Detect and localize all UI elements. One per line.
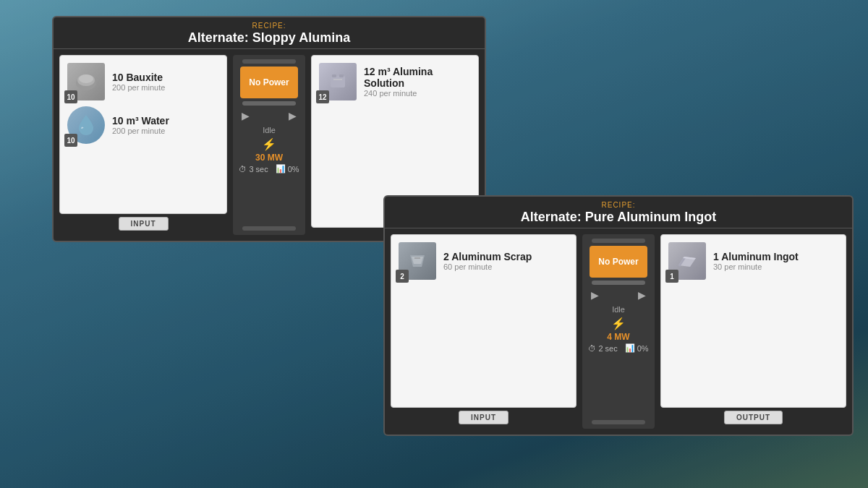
clock-icon-1: ⏱ bbox=[239, 165, 247, 174]
machine-panel-2: No Power ▶ ▶ Idle ⚡ 4 MW ⏱ 2 sec 📊 0% bbox=[582, 234, 655, 429]
alumina-info: 12 m³ Alumina Solution 240 per minute bbox=[364, 66, 471, 98]
list-item: 10 10 m³ Water 200 per minute bbox=[67, 106, 219, 144]
machine-status-bar-1 bbox=[242, 101, 296, 106]
bauxite-icon-wrap: 10 bbox=[67, 63, 105, 100]
clock-icon-2: ⏱ bbox=[588, 344, 596, 353]
machine-efficiency-1: 📊 0% bbox=[276, 164, 299, 174]
bauxite-badge: 10 bbox=[64, 90, 77, 103]
arrow-left-2[interactable]: ▶ bbox=[588, 288, 602, 302]
svg-rect-6 bbox=[333, 79, 342, 80]
machine-time-1: ⏱ 3 sec bbox=[239, 165, 268, 174]
bauxite-rate: 200 per minute bbox=[112, 83, 165, 92]
input-section-1: 10 10 Bauxite 200 per minute bbox=[59, 55, 227, 235]
no-power-btn-1[interactable]: No Power bbox=[240, 67, 298, 98]
output-panel-2: 1 1 Aluminum Ingot 30 per minute bbox=[660, 234, 846, 408]
alum-scrap-badge: 2 bbox=[396, 270, 409, 283]
alum-ingot-badge: 1 bbox=[665, 270, 678, 283]
output-footer-2: OUTPUT bbox=[660, 408, 846, 429]
alum-ingot-icon-wrap: 1 bbox=[668, 242, 706, 280]
recipe-title-2: Alternate: Pure Aluminum Ingot bbox=[393, 210, 843, 225]
bar-icon-1: 📊 bbox=[276, 164, 286, 174]
alum-scrap-icon-wrap: 2 bbox=[399, 242, 436, 280]
bauxite-info: 10 Bauxite 200 per minute bbox=[112, 72, 165, 92]
machine-stats-1: ⚡ 30 MW ⏱ 3 sec 📊 0% bbox=[236, 137, 302, 174]
water-info: 10 m³ Water 200 per minute bbox=[112, 115, 169, 135]
machine-stat-row-2: ⏱ 2 sec 📊 0% bbox=[588, 343, 648, 353]
water-rate: 200 per minute bbox=[112, 127, 169, 135]
water-icon-wrap: 10 bbox=[67, 106, 105, 144]
machine-arrows-2: ▶ ▶ bbox=[585, 288, 652, 302]
input-tab-2[interactable]: INPUT bbox=[459, 411, 509, 424]
machine-power-1: 30 MW bbox=[255, 153, 283, 163]
no-power-btn-2[interactable]: No Power bbox=[590, 246, 647, 278]
output-spacer-2 bbox=[668, 286, 838, 400]
alum-ingot-info: 1 Aluminum Ingot 30 per minute bbox=[713, 251, 799, 271]
recipe-header-2: Recipe: Alternate: Pure Aluminum Ingot bbox=[385, 197, 852, 228]
recipe-card-2: Recipe: Alternate: Pure Aluminum Ingot bbox=[383, 195, 854, 436]
list-item: 10 10 Bauxite 200 per minute bbox=[67, 63, 219, 100]
input-footer-1: INPUT bbox=[59, 214, 227, 235]
alumina-icon-wrap: 12 bbox=[319, 63, 357, 100]
machine-bottom-bar-1 bbox=[242, 226, 296, 231]
machine-power-2: 4 MW bbox=[607, 332, 629, 342]
alumina-badge: 12 bbox=[316, 90, 329, 103]
alumina-name: 12 m³ Alumina Solution bbox=[364, 66, 471, 89]
machine-arrows-1: ▶ ▶ bbox=[236, 108, 302, 123]
alum-scrap-rate: 60 per minute bbox=[443, 262, 532, 271]
water-badge: 10 bbox=[64, 134, 77, 147]
machine-status-bar-2 bbox=[592, 281, 645, 285]
machine-status-text-2: Idle bbox=[612, 305, 625, 314]
machine-status-text-1: Idle bbox=[263, 126, 276, 134]
machine-bottom-bar-2 bbox=[592, 420, 645, 424]
input-section-2: 2 2 Aluminum Scrap 60 per minute INPUT bbox=[391, 234, 576, 429]
machine-panel-1: No Power ▶ ▶ Idle ⚡ 30 MW ⏱ 3 sec 📊 0% bbox=[233, 55, 305, 235]
output-section-2: 1 1 Aluminum Ingot 30 per minute OUTPUT bbox=[660, 234, 846, 429]
input-panel-1: 10 10 Bauxite 200 per minute bbox=[59, 55, 227, 214]
input-panel-2: 2 2 Aluminum Scrap 60 per minute bbox=[391, 234, 576, 408]
arrow-right-2[interactable]: ▶ bbox=[635, 288, 649, 302]
machine-stat-row-1: ⏱ 3 sec 📊 0% bbox=[239, 164, 299, 174]
machine-top-bar-2 bbox=[592, 239, 645, 243]
input-spacer-1 bbox=[67, 150, 219, 206]
bar-icon-2: 📊 bbox=[625, 343, 635, 353]
input-spacer-2 bbox=[399, 286, 569, 400]
list-item: 2 2 Aluminum Scrap 60 per minute bbox=[399, 242, 569, 280]
bauxite-name: 10 Bauxite bbox=[112, 72, 165, 83]
svg-rect-3 bbox=[331, 76, 345, 87]
machine-time-2: ⏱ 2 sec bbox=[588, 344, 617, 353]
recipe-label-1: Recipe: bbox=[62, 22, 476, 30]
machine-stats-2: ⚡ 4 MW ⏱ 2 sec 📊 0% bbox=[585, 317, 652, 353]
svg-rect-4 bbox=[332, 74, 336, 77]
list-item: 1 1 Aluminum Ingot 30 per minute bbox=[668, 242, 838, 280]
svg-rect-5 bbox=[339, 74, 344, 77]
alum-ingot-rate: 30 per minute bbox=[713, 262, 799, 271]
lightning-icon-2: ⚡ bbox=[611, 317, 626, 330]
arrow-right-1[interactable]: ▶ bbox=[286, 108, 299, 123]
svg-point-2 bbox=[79, 74, 93, 83]
arrow-left-1[interactable]: ▶ bbox=[239, 108, 252, 123]
alumina-rate: 240 per minute bbox=[364, 89, 471, 98]
recipe-header-1: Recipe: Alternate: Sloppy Alumina bbox=[54, 17, 485, 49]
alum-scrap-name: 2 Aluminum Scrap bbox=[443, 251, 532, 262]
recipe-title-1: Alternate: Sloppy Alumina bbox=[62, 30, 476, 46]
input-footer-2: INPUT bbox=[391, 408, 576, 429]
lightning-icon-1: ⚡ bbox=[262, 137, 276, 151]
water-name: 10 m³ Water bbox=[112, 115, 169, 127]
input-tab-1[interactable]: INPUT bbox=[119, 217, 169, 231]
list-item: 12 12 m³ Alumina Solution 240 per minute bbox=[319, 63, 471, 100]
recipe-label-2: Recipe: bbox=[393, 201, 843, 209]
alum-ingot-name: 1 Aluminum Ingot bbox=[713, 251, 799, 262]
output-tab-2[interactable]: OUTPUT bbox=[724, 411, 783, 424]
machine-efficiency-2: 📊 0% bbox=[625, 343, 649, 353]
card2-body: 2 2 Aluminum Scrap 60 per minute INPUT N… bbox=[385, 228, 852, 435]
machine-top-bar-1 bbox=[242, 59, 296, 64]
alum-scrap-info: 2 Aluminum Scrap 60 per minute bbox=[443, 251, 532, 271]
